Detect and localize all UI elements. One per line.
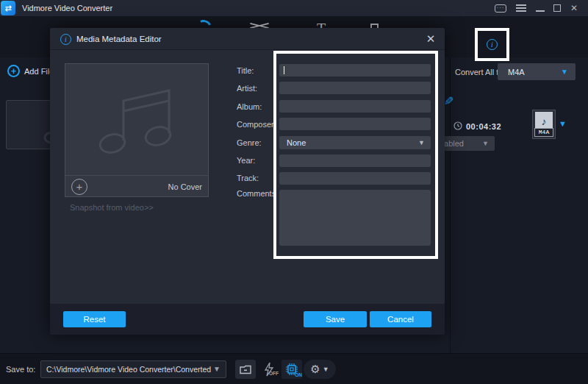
speech-bubble-icon: ··· bbox=[495, 4, 506, 13]
media-metadata-editor-dialog: i Media Metadata Editor ✕ + No Cover bbox=[50, 28, 445, 335]
album-label: Album: bbox=[237, 102, 273, 111]
genre-label: Genre: bbox=[237, 138, 273, 147]
gpu-state: ON bbox=[295, 372, 302, 377]
hardware-accel-toggle[interactable]: OFF bbox=[259, 360, 279, 379]
cover-art-placeholder bbox=[65, 64, 208, 176]
file-duration: 00:04:32 bbox=[466, 122, 501, 131]
save-button[interactable]: Save bbox=[304, 311, 367, 327]
composer-label: Composer: bbox=[237, 120, 273, 129]
info-icon: i bbox=[487, 39, 498, 50]
cover-actions-row: + No Cover bbox=[65, 177, 208, 196]
path-dropdown-caret-icon[interactable]: ▼ bbox=[213, 365, 220, 373]
add-cover-button[interactable]: + bbox=[71, 179, 87, 195]
dialog-header: i Media Metadata Editor ✕ bbox=[50, 28, 445, 50]
clock-icon bbox=[453, 121, 462, 132]
app-title: Vidmore Video Converter bbox=[22, 4, 112, 13]
bottom-bar: Save to: ▼ OFF ON bbox=[0, 353, 588, 384]
chevron-down-icon: ▼ bbox=[323, 366, 329, 373]
dialog-footer: Reset Save Cancel bbox=[50, 304, 445, 335]
output-path-input[interactable] bbox=[40, 360, 226, 378]
title-label: Title: bbox=[237, 66, 273, 75]
app-window: ⇄ Vidmore Video Converter ··· ✕ T + Add … bbox=[0, 0, 588, 384]
chevron-down-icon: ▼ bbox=[482, 140, 489, 147]
info-icon: i bbox=[60, 34, 71, 45]
artist-label: Artist: bbox=[237, 84, 273, 93]
form-highlight-box bbox=[273, 51, 438, 259]
track-label: Track: bbox=[237, 174, 273, 182]
chevron-down-icon: ▼ bbox=[561, 68, 568, 76]
title-bar: ⇄ Vidmore Video Converter ··· ✕ bbox=[0, 0, 588, 16]
year-label: Year: bbox=[237, 156, 273, 165]
reset-button[interactable]: Reset bbox=[63, 311, 126, 327]
output-format-dropdown[interactable]: M4A ▼ bbox=[498, 63, 576, 80]
hw-accel-state: OFF bbox=[269, 371, 279, 376]
cancel-button[interactable]: Cancel bbox=[370, 311, 431, 327]
menu-icon[interactable] bbox=[514, 2, 528, 14]
dialog-title: Media Metadata Editor bbox=[76, 35, 162, 43]
snapshot-from-video-link[interactable]: Snapshot from video>> bbox=[70, 203, 154, 212]
comments-label: Comments: bbox=[237, 189, 273, 198]
edit-metadata-icon[interactable]: ✎ bbox=[444, 94, 453, 108]
feedback-icon[interactable]: ··· bbox=[494, 2, 507, 14]
cover-art-box: + No Cover bbox=[65, 63, 209, 197]
file-format-badge[interactable]: ♪ M4A bbox=[532, 110, 556, 139]
maximize-button[interactable] bbox=[551, 2, 564, 14]
output-format-value: M4A bbox=[508, 68, 525, 77]
folder-icon bbox=[240, 365, 251, 374]
format-badge-label: M4A bbox=[534, 128, 553, 137]
settings-button[interactable]: ⚙ ▼ bbox=[304, 360, 336, 379]
minimize-button[interactable] bbox=[534, 2, 547, 14]
open-folder-button[interactable] bbox=[235, 360, 256, 379]
close-button[interactable]: ✕ bbox=[567, 2, 581, 14]
gear-icon: ⚙ bbox=[310, 363, 320, 376]
music-note-icon bbox=[82, 76, 192, 164]
gpu-toggle[interactable]: ON bbox=[282, 360, 302, 379]
app-logo-icon: ⇄ bbox=[1, 1, 15, 15]
save-to-label: Save to: bbox=[6, 365, 35, 374]
dialog-close-icon[interactable]: ✕ bbox=[424, 32, 437, 46]
text-cursor bbox=[284, 66, 284, 74]
media-info-button[interactable]: i bbox=[487, 39, 498, 50]
format-badge-caret-icon[interactable]: ▼ bbox=[559, 119, 567, 128]
no-cover-label: No Cover bbox=[168, 182, 202, 191]
add-files-plus-icon[interactable]: + bbox=[7, 65, 20, 77]
